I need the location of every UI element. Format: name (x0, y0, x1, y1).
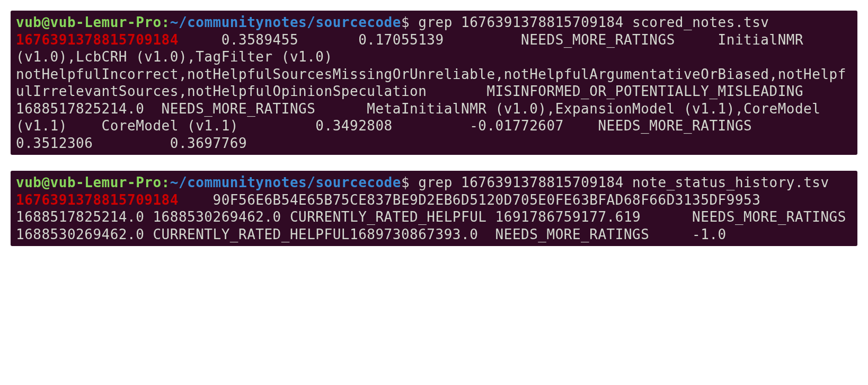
prompt-path: /communitynotes/sourcecode (179, 174, 401, 190)
prompt-colon: : (162, 14, 170, 30)
terminal-window-1[interactable]: vub@vub-Lemur-Pro:~/communitynotes/sourc… (11, 11, 857, 155)
grep-match: 1676391378815709184 (16, 192, 179, 208)
terminal-content-1: vub@vub-Lemur-Pro:~/communitynotes/sourc… (16, 14, 852, 152)
prompt-dollar: $ (401, 174, 418, 190)
prompt-tilde: ~ (170, 14, 179, 30)
grep-match: 1676391378815709184 (16, 32, 179, 48)
prompt-user: vub@vub-Lemur-Pro (16, 14, 162, 30)
prompt-colon: : (162, 174, 170, 190)
command: grep 1676391378815709184 note_status_his… (418, 174, 829, 190)
command: grep 1676391378815709184 scored_notes.ts… (418, 14, 769, 30)
terminal-window-2[interactable]: vub@vub-Lemur-Pro:~/communitynotes/sourc… (11, 171, 857, 246)
prompt-user: vub@vub-Lemur-Pro (16, 174, 162, 190)
prompt-tilde: ~ (170, 174, 179, 190)
output: 0.3589455 0.17055139 NEEDS_MORE_RATINGS … (16, 32, 857, 151)
prompt-dollar: $ (401, 14, 418, 30)
prompt-path: /communitynotes/sourcecode (179, 14, 401, 30)
terminal-content-2: vub@vub-Lemur-Pro:~/communitynotes/sourc… (16, 174, 852, 243)
